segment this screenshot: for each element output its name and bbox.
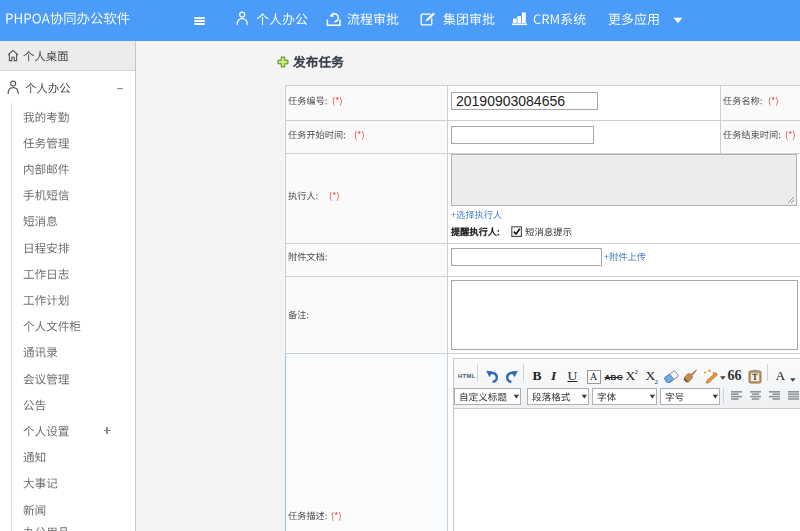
svg-text:T: T	[752, 373, 758, 382]
